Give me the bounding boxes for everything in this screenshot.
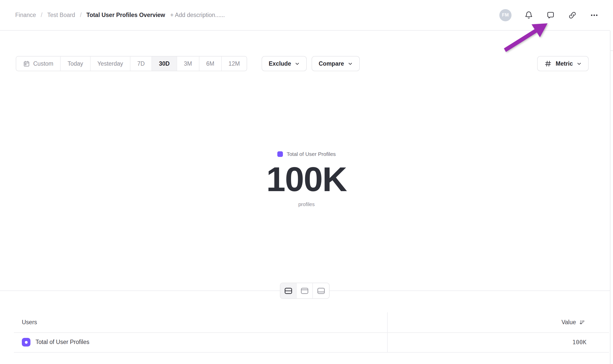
- table-row-value: 100K: [572, 339, 586, 345]
- series-icon: [22, 338, 30, 347]
- split-view-icon: [284, 287, 292, 294]
- date-range-label: Custom: [33, 60, 53, 67]
- date-range-yesterday[interactable]: Yesterday: [91, 57, 130, 71]
- sort-descending-icon: [579, 319, 585, 325]
- avatar[interactable]: FM: [499, 9, 512, 21]
- calendar-icon: [23, 60, 30, 67]
- chart-only-view-icon: [301, 287, 309, 294]
- date-range-12m[interactable]: 12M: [222, 57, 247, 71]
- date-range-7d[interactable]: 7D: [130, 57, 152, 71]
- table-row-label[interactable]: Total of User Profiles: [36, 339, 89, 345]
- page-title: Total User Profiles Overview: [87, 12, 165, 19]
- add-description-button[interactable]: + Add description......: [170, 12, 225, 19]
- header-actions: FM: [499, 9, 599, 21]
- header-bar: Finance / Test Board / Total User Profil…: [0, 0, 610, 31]
- chart-legend: Total of User Profiles: [0, 151, 613, 157]
- date-range-6m[interactable]: 6M: [199, 57, 222, 71]
- column-header-value[interactable]: Value: [561, 319, 585, 326]
- chevron-down-icon: [295, 61, 300, 66]
- exclude-label: Exclude: [269, 60, 291, 67]
- comment-icon[interactable]: [546, 11, 555, 20]
- date-range-today[interactable]: Today: [61, 57, 90, 71]
- table-only-view-button[interactable]: [313, 283, 329, 298]
- legend-swatch: [277, 151, 283, 157]
- board-page: Finance / Test Board / Total User Profil…: [0, 0, 613, 364]
- kpi-value: 100K: [0, 163, 613, 195]
- link-icon[interactable]: [568, 11, 577, 20]
- breadcrumb-board[interactable]: Test Board: [47, 12, 75, 19]
- compare-dropdown[interactable]: Compare: [312, 56, 360, 71]
- column-header-users[interactable]: Users: [22, 319, 37, 326]
- breadcrumb: Finance / Test Board / Total User Profil…: [15, 12, 165, 19]
- series-dot: [25, 341, 28, 344]
- bell-icon[interactable]: [524, 11, 533, 20]
- table-column-divider: [387, 312, 388, 352]
- breadcrumb-separator: /: [80, 12, 81, 19]
- compare-label: Compare: [319, 60, 344, 67]
- kpi-unit: profiles: [0, 202, 613, 207]
- chart-only-view-button[interactable]: [297, 283, 313, 298]
- metric-label: Metric: [556, 60, 573, 67]
- column-header-value-label: Value: [561, 319, 576, 326]
- split-view-button[interactable]: [280, 283, 297, 298]
- date-range-30d[interactable]: 30D: [152, 57, 177, 71]
- ellipsis-icon[interactable]: [590, 11, 599, 20]
- table-header-divider: [14, 332, 609, 333]
- right-panel-tick: [610, 50, 613, 51]
- chevron-down-icon: [348, 61, 353, 66]
- exclude-dropdown[interactable]: Exclude: [262, 56, 307, 71]
- metric-dropdown[interactable]: Metric: [537, 56, 589, 71]
- chevron-down-icon: [577, 61, 582, 66]
- date-range-custom[interactable]: Custom: [16, 57, 61, 71]
- table-row-divider: [14, 352, 609, 353]
- view-toggle-control: [280, 283, 330, 299]
- legend-label: Total of User Profiles: [287, 151, 336, 157]
- breadcrumb-separator: /: [41, 12, 42, 19]
- date-range-control: Custom Today Yesterday 7D 30D 3M 6M 12M: [16, 56, 247, 71]
- breadcrumb-project[interactable]: Finance: [15, 12, 36, 19]
- hash-icon: [544, 60, 552, 67]
- right-panel-border: [610, 31, 610, 364]
- date-range-3m[interactable]: 3M: [177, 57, 199, 71]
- table-only-view-icon: [317, 287, 325, 294]
- query-toolbar: Custom Today Yesterday 7D 30D 3M 6M 12M …: [0, 56, 613, 71]
